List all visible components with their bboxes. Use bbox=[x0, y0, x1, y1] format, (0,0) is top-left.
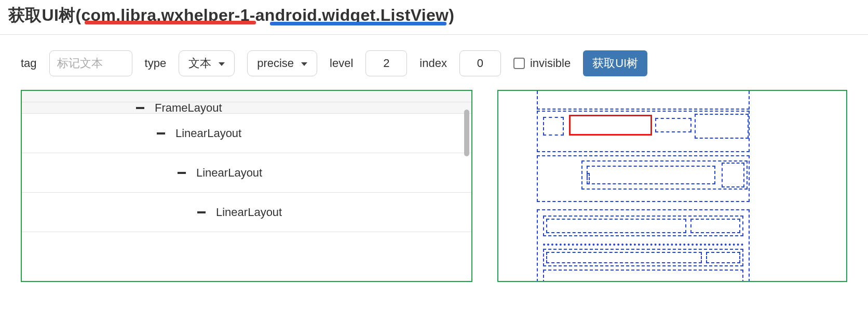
type-dropdown[interactable]: 文本 bbox=[179, 50, 235, 76]
scrollbar-thumb[interactable] bbox=[464, 110, 469, 156]
panels: FrameLayoutLinearLayoutLinearLayoutLinea… bbox=[0, 90, 868, 282]
tag-label: tag bbox=[21, 57, 37, 70]
tree-row-label: FrameLayout bbox=[155, 101, 222, 115]
precise-dropdown[interactable]: precise bbox=[247, 50, 317, 76]
wire-rect bbox=[587, 166, 715, 184]
collapse-icon[interactable] bbox=[178, 172, 186, 174]
tree-row[interactable]: LinearLayout bbox=[22, 153, 471, 193]
chevron-down-icon bbox=[301, 62, 307, 66]
preview-panel bbox=[497, 90, 847, 282]
wire-rect bbox=[695, 114, 749, 139]
type-label: type bbox=[145, 57, 167, 70]
wire-rect bbox=[543, 270, 743, 282]
page-title: 获取UI树(com.libra.wxhelper-1-android.widge… bbox=[0, 0, 868, 34]
wire-line bbox=[543, 244, 743, 246]
index-label: index bbox=[419, 57, 447, 70]
divider bbox=[0, 34, 868, 35]
collapse-icon[interactable] bbox=[157, 132, 165, 134]
tree-row-label: LinearLayout bbox=[196, 166, 262, 180]
underline-annotation-blue bbox=[270, 22, 446, 25]
tree-row-label: LinearLayout bbox=[175, 127, 241, 140]
tree-row[interactable]: LinearLayout bbox=[22, 114, 471, 153]
fetch-ui-tree-button[interactable]: 获取UI树 bbox=[583, 50, 647, 76]
wire-rect bbox=[537, 91, 750, 110]
tree-row[interactable]: LinearLayout bbox=[22, 193, 471, 232]
level-input[interactable] bbox=[365, 50, 407, 76]
toolbar: tag type 文本 precise level index invisibl… bbox=[0, 50, 868, 90]
wire-rect bbox=[722, 163, 744, 187]
underline-annotation-red bbox=[85, 21, 256, 24]
wire-rect bbox=[655, 118, 691, 132]
collapse-icon[interactable] bbox=[136, 107, 144, 109]
tree-panel: FrameLayoutLinearLayoutLinearLayoutLinea… bbox=[21, 90, 472, 282]
wire-rect bbox=[546, 252, 702, 263]
wire-rect bbox=[690, 219, 740, 233]
invisible-checkbox[interactable] bbox=[513, 58, 525, 69]
wire-rect bbox=[543, 117, 564, 136]
wire-rect bbox=[587, 173, 590, 184]
tag-input[interactable] bbox=[49, 50, 132, 76]
precise-dropdown-value: precise bbox=[257, 57, 294, 70]
collapse-icon[interactable] bbox=[197, 211, 206, 213]
chevron-down-icon bbox=[219, 62, 225, 66]
wire-rect bbox=[706, 252, 740, 263]
tree-header-row bbox=[22, 91, 471, 102]
tree-row[interactable]: FrameLayout bbox=[22, 102, 471, 114]
invisible-label: invisible bbox=[530, 57, 571, 70]
level-label: level bbox=[330, 57, 353, 70]
tree-scroll[interactable]: FrameLayoutLinearLayoutLinearLayoutLinea… bbox=[22, 91, 471, 281]
type-dropdown-value: 文本 bbox=[188, 56, 211, 71]
index-input[interactable] bbox=[459, 50, 501, 76]
invisible-checkbox-wrap[interactable]: invisible bbox=[513, 57, 571, 70]
selected-rect bbox=[569, 115, 652, 136]
wire-rect bbox=[546, 219, 686, 233]
tree-row-label: LinearLayout bbox=[216, 206, 282, 219]
